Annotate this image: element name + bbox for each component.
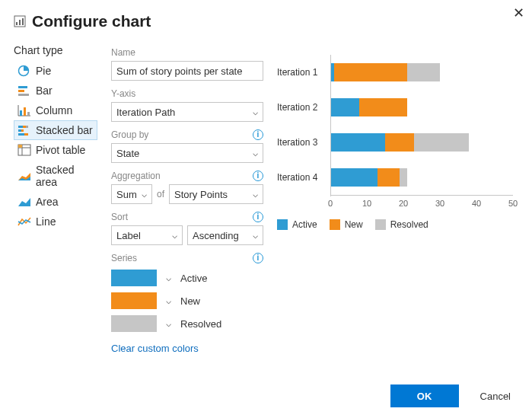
svg-rect-2 <box>19 20 21 25</box>
bar-segment <box>377 168 400 187</box>
svg-rect-3 <box>22 18 24 25</box>
series-label: Active <box>180 273 207 284</box>
ok-button[interactable]: OK <box>390 384 459 407</box>
chart-type-label: Area <box>36 196 59 208</box>
agg-fn-value: Sum <box>116 189 137 200</box>
svg-rect-19 <box>24 133 28 136</box>
bar-segment <box>385 133 414 152</box>
chart-row: Iteration 1 <box>277 55 513 90</box>
legend-item: Resolved <box>375 219 428 230</box>
chevron-down-icon[interactable]: ⌵ <box>166 318 171 329</box>
yaxis-select[interactable]: Iteration Path ⌵ <box>111 102 263 122</box>
svg-rect-14 <box>23 126 26 128</box>
chart-type-label: Stacked bar <box>36 124 93 136</box>
pie-icon <box>18 65 31 77</box>
axis-tick: 10 <box>362 199 371 208</box>
chevron-down-icon: ⌵ <box>253 189 258 199</box>
bar-segment <box>334 63 407 81</box>
chart-type-list: Chart type PieBarColumnStacked barPivot … <box>14 44 97 354</box>
svg-rect-17 <box>21 129 24 132</box>
configure-chart-icon <box>14 15 26 27</box>
info-icon[interactable]: i <box>253 129 263 140</box>
yaxis-label: Y-axis <box>111 88 135 99</box>
chart-type-pivot[interactable]: Pivot table <box>14 140 97 160</box>
groupby-select[interactable]: State ⌵ <box>111 143 263 163</box>
series-color-swatch[interactable] <box>111 315 157 332</box>
pivot-icon <box>18 144 31 156</box>
series-label: Resolved <box>180 318 221 330</box>
legend-label: Active <box>292 219 317 230</box>
chart-legend: ActiveNewResolved <box>277 219 513 230</box>
clear-colors-link[interactable]: Clear custom colors <box>111 343 199 354</box>
chevron-down-icon: ⌵ <box>253 230 258 241</box>
axis-tick: 50 <box>508 199 518 208</box>
series-label: Series <box>111 253 137 263</box>
name-label: Name <box>111 47 135 58</box>
chevron-down-icon[interactable]: ⌵ <box>166 273 171 283</box>
chart-row: Iteration 2 <box>277 90 513 125</box>
chart-type-label: Bar <box>36 85 53 97</box>
bar-segment <box>330 168 377 187</box>
chart-type-stacked-area[interactable]: Stacked area <box>14 160 97 192</box>
legend-item: Active <box>277 219 317 230</box>
aggregation-label: Aggregation <box>111 171 161 181</box>
info-icon[interactable]: i <box>253 253 263 263</box>
area-icon <box>18 196 31 208</box>
groupby-value: State <box>116 148 139 159</box>
chart-type-stacked-bar[interactable]: Stacked bar <box>14 120 97 140</box>
svg-rect-16 <box>18 129 21 132</box>
chart-type-heading: Chart type <box>14 44 97 56</box>
agg-field-value: Story Points <box>174 189 228 200</box>
cancel-button[interactable]: Cancel <box>476 390 515 403</box>
close-button[interactable]: ✕ <box>513 5 524 21</box>
legend-item: New <box>330 219 363 230</box>
axis-tick: 20 <box>399 199 408 208</box>
sort-field-select[interactable]: Label ⌵ <box>111 225 183 245</box>
chevron-down-icon: ⌵ <box>253 107 258 117</box>
agg-of-label: of <box>157 189 164 199</box>
chart-type-area[interactable]: Area <box>14 192 97 212</box>
column-icon <box>18 104 31 116</box>
chart-type-bar[interactable]: Bar <box>14 81 97 101</box>
chart-type-label: Stacked area <box>36 164 94 188</box>
chevron-down-icon: ⌵ <box>142 189 147 199</box>
legend-label: New <box>345 219 363 230</box>
sort-dir-select[interactable]: Ascending ⌵ <box>187 225 263 245</box>
agg-field-select[interactable]: Story Points ⌵ <box>169 184 263 204</box>
chart-type-line[interactable]: Line <box>14 212 97 231</box>
chart-type-label: Pivot table <box>36 144 85 156</box>
series-color-swatch[interactable] <box>111 270 157 286</box>
sort-label: Sort <box>111 212 128 222</box>
svg-rect-7 <box>18 94 29 96</box>
svg-rect-13 <box>18 126 23 128</box>
series-row: ⌵New <box>111 292 263 309</box>
name-input[interactable] <box>111 61 263 81</box>
sort-dir-value: Ascending <box>193 230 239 241</box>
chart-type-column[interactable]: Column <box>14 101 97 120</box>
chart-type-label: Line <box>36 215 56 228</box>
legend-swatch <box>277 219 288 230</box>
series-color-swatch[interactable] <box>111 292 157 309</box>
agg-fn-select[interactable]: Sum ⌵ <box>111 184 152 204</box>
svg-rect-18 <box>18 133 24 136</box>
chart-type-label: Column <box>36 104 72 116</box>
svg-rect-11 <box>24 107 26 116</box>
sort-field-value: Label <box>116 230 141 241</box>
info-icon[interactable]: i <box>253 212 263 222</box>
axis-tick: 0 <box>328 199 333 208</box>
chart-row: Iteration 3 <box>277 125 513 160</box>
chart-type-pie[interactable]: Pie <box>14 61 97 81</box>
series-row: ⌵Active <box>111 270 263 286</box>
groupby-label: Group by <box>111 129 148 140</box>
chevron-down-icon: ⌵ <box>172 230 177 241</box>
stacked-bar-icon <box>18 124 31 136</box>
chevron-down-icon[interactable]: ⌵ <box>166 295 171 306</box>
svg-rect-12 <box>27 112 30 116</box>
svg-rect-10 <box>20 110 22 116</box>
info-icon[interactable]: i <box>253 171 263 181</box>
legend-swatch <box>330 219 340 230</box>
bar-segment <box>407 63 440 81</box>
dialog-title: Configure chart <box>32 12 151 30</box>
x-axis: 01020304050 <box>330 195 513 209</box>
chart-category-label: Iteration 2 <box>277 102 330 113</box>
